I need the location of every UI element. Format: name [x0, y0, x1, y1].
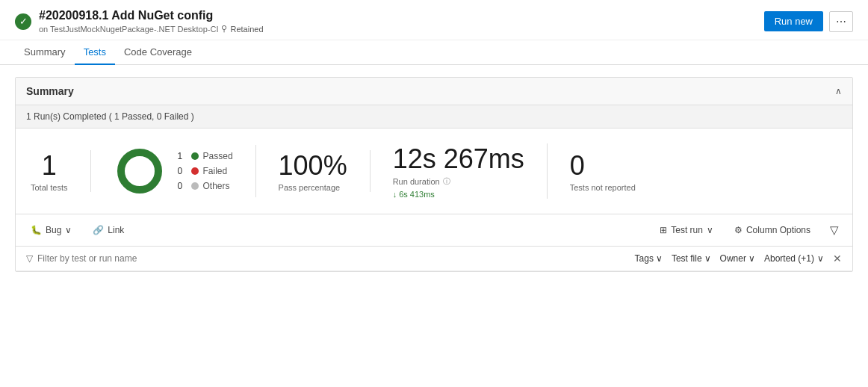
filter-left: ▽ — [26, 253, 157, 264]
owner-dropdown[interactable]: Owner ∨ — [720, 253, 755, 264]
test-file-dropdown[interactable]: Test file ∨ — [672, 253, 711, 264]
info-icon: ⓘ — [443, 176, 450, 187]
tags-label: Tags — [635, 253, 654, 264]
passed-dot — [191, 152, 199, 160]
aborted-label: Aborted (+1) — [764, 253, 814, 264]
tab-code-coverage[interactable]: Code Coverage — [115, 40, 201, 65]
filter-icon: ▽ — [26, 253, 33, 264]
bug-icon: 🐛 — [31, 225, 42, 235]
bug-chevron-icon: ∨ — [65, 225, 72, 235]
run-new-button[interactable]: Run new — [764, 11, 823, 31]
title-block: #20200918.1 Add NuGet config on TestJust… — [39, 9, 264, 34]
stats-area: 1 Total tests 1 Passed — [16, 129, 852, 214]
not-reported-label: Tests not reported — [570, 183, 636, 192]
close-icon: ✕ — [833, 253, 842, 264]
failed-dot — [191, 167, 199, 175]
donut-chart — [114, 145, 166, 197]
header-right: Run new ⋯ — [764, 11, 853, 32]
duration-block: 12s 267ms Run duration ⓘ ↓ 6s 413ms — [371, 143, 548, 199]
clear-filter-button[interactable]: ✕ — [833, 253, 842, 264]
others-label: Others — [203, 181, 230, 191]
column-options-button[interactable]: ⚙ Column Options — [730, 222, 815, 238]
collapse-button[interactable]: ∧ — [835, 86, 842, 96]
tab-summary[interactable]: Summary — [15, 40, 75, 65]
filter-button[interactable]: ▽ — [827, 220, 842, 240]
pass-pct-value: 100% — [279, 150, 347, 182]
toolbar: 🐛 Bug ∨ 🔗 Link ⊞ Test run ∨ ⚙ Column Opt — [16, 214, 852, 247]
aborted-chevron-icon: ∨ — [817, 253, 824, 264]
aborted-filter[interactable]: Aborted (+1) ∨ — [764, 253, 824, 264]
failed-count: 0 — [178, 166, 187, 176]
pipeline-name: on TestJustMockNugetPackage-.NET Desktop… — [39, 25, 218, 34]
test-file-chevron-icon: ∨ — [704, 253, 711, 264]
runs-completed-text: 1 Run(s) Completed ( 1 Passed, 0 Failed … — [26, 111, 194, 122]
tags-chevron-icon: ∨ — [656, 253, 663, 264]
build-title: #20200918.1 Add NuGet config — [39, 9, 264, 22]
filter-right: Tags ∨ Test file ∨ Owner ∨ Aborted (+1) … — [635, 253, 842, 264]
test-file-label: Test file — [672, 253, 702, 264]
summary-banner: 1 Run(s) Completed ( 1 Passed, 0 Failed … — [16, 105, 852, 129]
table-icon: ⊞ — [660, 225, 667, 235]
tab-bar: Summary Tests Code Coverage — [0, 40, 868, 65]
legend-passed: 1 Passed — [178, 151, 233, 161]
total-tests-value: 1 — [31, 150, 68, 182]
total-tests-label: Total tests — [31, 183, 68, 192]
funnel-icon: ▽ — [830, 223, 839, 236]
top-bar: ✓ #20200918.1 Add NuGet config on TestJu… — [0, 0, 868, 40]
passed-label: Passed — [203, 151, 233, 161]
wrench-icon: ⚙ — [734, 225, 743, 235]
test-run-chevron-icon: ∨ — [707, 225, 713, 235]
owner-chevron-icon: ∨ — [748, 253, 755, 264]
tab-tests[interactable]: Tests — [75, 40, 115, 65]
retained-badge: Retained — [230, 25, 263, 34]
owner-label: Owner — [720, 253, 746, 264]
more-icon: ⋯ — [836, 16, 846, 28]
failed-label: Failed — [203, 166, 228, 176]
duration-label: Run duration ⓘ — [393, 176, 524, 187]
others-count: 0 — [178, 181, 187, 191]
column-options-label: Column Options — [746, 225, 810, 235]
filter-input[interactable] — [37, 253, 157, 264]
summary-title: Summary — [26, 85, 74, 97]
pin-icon: ⚲ — [221, 24, 227, 34]
legend-failed: 0 Failed — [178, 166, 233, 176]
link-icon: 🔗 — [93, 225, 104, 235]
legend-others: 0 Others — [178, 181, 233, 191]
tags-dropdown[interactable]: Tags ∨ — [635, 253, 663, 264]
header-left: ✓ #20200918.1 Add NuGet config on TestJu… — [15, 9, 264, 34]
pass-pct-label: Pass percentage — [279, 183, 347, 192]
main-content: Summary ∧ 1 Run(s) Completed ( 1 Passed,… — [0, 65, 868, 296]
not-reported-block: 0 Tests not reported — [548, 150, 658, 192]
pass-percentage-block: 100% Pass percentage — [256, 150, 371, 192]
summary-header: Summary ∧ — [16, 78, 852, 105]
duration-value: 12s 267ms — [393, 143, 524, 175]
summary-section: Summary ∧ 1 Run(s) Completed ( 1 Passed,… — [15, 77, 853, 272]
bug-button[interactable]: 🐛 Bug ∨ — [26, 222, 76, 238]
test-run-button[interactable]: ⊞ Test run ∨ — [655, 222, 718, 238]
toolbar-right: ⊞ Test run ∨ ⚙ Column Options ▽ — [655, 220, 842, 240]
link-label: Link — [108, 225, 124, 235]
bug-label: Bug — [46, 225, 61, 235]
legend: 1 Passed 0 Failed 0 Others — [178, 151, 233, 191]
others-dot — [191, 182, 199, 190]
not-reported-value: 0 — [570, 150, 636, 182]
donut-chart-area: 1 Passed 0 Failed 0 Others — [91, 145, 256, 197]
link-button[interactable]: 🔗 Link — [88, 222, 128, 238]
more-options-button[interactable]: ⋯ — [829, 11, 853, 32]
svg-point-1 — [126, 158, 153, 185]
test-run-label: Test run — [671, 225, 703, 235]
passed-count: 1 — [178, 151, 187, 161]
sub-duration: ↓ 6s 413ms — [393, 190, 524, 199]
status-icon: ✓ — [15, 13, 31, 30]
filter-bar: ▽ Tags ∨ Test file ∨ Owner ∨ Aborted (+1… — [16, 247, 852, 271]
build-subtitle: on TestJustMockNugetPackage-.NET Desktop… — [39, 24, 264, 34]
total-tests-block: 1 Total tests — [31, 150, 91, 192]
toolbar-left: 🐛 Bug ∨ 🔗 Link — [26, 222, 128, 238]
down-arrow-icon: ↓ — [393, 190, 397, 199]
